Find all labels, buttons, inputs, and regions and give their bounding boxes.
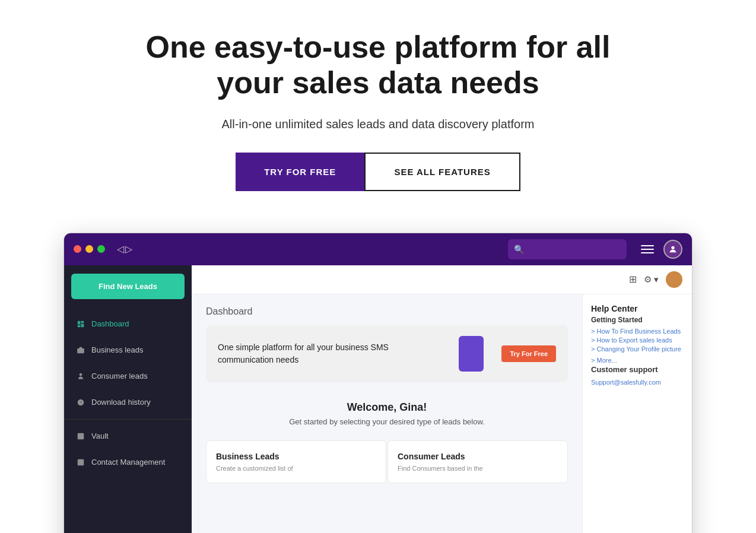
- topbar-icons: [641, 240, 682, 259]
- sidebar-item-contact-management[interactable]: Contact Management: [64, 449, 192, 475]
- consumer-leads-title: Consumer Leads: [398, 452, 558, 461]
- try-for-free-button[interactable]: TRY FOR FREE: [236, 153, 364, 191]
- close-window-icon[interactable]: [74, 245, 81, 253]
- promo-banner: One simple platform for all your busines…: [206, 325, 568, 382]
- vault-icon: [76, 432, 85, 441]
- dashboard-label: Dashboard: [206, 306, 568, 317]
- nav-arrows-icon[interactable]: ◁▷: [117, 243, 134, 255]
- hero-section: One easy-to-use platform for all your sa…: [0, 0, 756, 233]
- hero-subtitle: All-in-one unlimited sales leads and dat…: [12, 118, 744, 131]
- minimize-window-icon[interactable]: [85, 245, 93, 253]
- help-link-3[interactable]: > Changing Your Profile picture: [591, 345, 684, 353]
- briefcase-icon: [76, 345, 85, 355]
- dashboard-icon: [76, 319, 85, 329]
- svg-rect-5: [78, 459, 84, 465]
- app-screenshot: ◁▷ 🔍 Find New Leads: [63, 233, 693, 533]
- contact-icon: [76, 458, 85, 467]
- sidebar-item-label: Consumer leads: [91, 372, 148, 380]
- svg-rect-1: [77, 348, 84, 353]
- help-link-1[interactable]: > How To Find Business Leads: [591, 328, 684, 335]
- grid-view-icon[interactable]: ⊞: [629, 274, 637, 285]
- sidebar-item-business-leads[interactable]: Business leads: [64, 337, 192, 363]
- svg-point-0: [671, 246, 674, 249]
- search-bar[interactable]: 🔍: [508, 239, 627, 259]
- help-center-title: Help Center: [591, 304, 684, 313]
- sidebar-nav: Dashboard Business leads Consumer leads: [64, 307, 192, 479]
- app-right-wrapper: ⊞ ⚙ ▾ Dashboard One simple platform for …: [192, 265, 692, 533]
- welcome-section: Welcome, Gina! Get started by selecting …: [206, 392, 568, 433]
- banner-text: One simple platform for all your busines…: [218, 341, 431, 366]
- traffic-lights: [74, 245, 105, 253]
- business-leads-title: Business Leads: [216, 452, 376, 461]
- app-body: Find New Leads Dashboard Business leads: [64, 265, 692, 533]
- app-inner-topbar: ⊞ ⚙ ▾: [192, 265, 692, 294]
- business-leads-desc: Create a customized list of: [216, 465, 376, 472]
- customer-support-label: Customer support: [591, 365, 684, 374]
- sidebar: Find New Leads Dashboard Business leads: [64, 265, 192, 533]
- find-new-leads-button[interactable]: Find New Leads: [71, 274, 185, 299]
- hamburger-menu-icon[interactable]: [641, 245, 654, 253]
- business-leads-card[interactable]: Business Leads Create a customized list …: [206, 440, 386, 483]
- sidebar-item-consumer-leads[interactable]: Consumer leads: [64, 363, 192, 389]
- main-content: Dashboard One simple platform for all yo…: [192, 294, 582, 533]
- search-icon: 🔍: [514, 245, 524, 254]
- sidebar-item-label: Vault: [91, 432, 109, 440]
- leads-cards: Business Leads Create a customized list …: [206, 440, 568, 483]
- help-panel: Help Center Getting Started > How To Fin…: [582, 294, 692, 533]
- maximize-window-icon[interactable]: [97, 245, 105, 253]
- sidebar-item-label: Business leads: [91, 345, 143, 354]
- consumer-leads-desc: Find Consumers based in the: [398, 465, 558, 472]
- svg-point-4: [80, 435, 82, 437]
- user-account-icon[interactable]: [663, 240, 682, 259]
- banner-try-button[interactable]: Try For Free: [501, 345, 556, 362]
- sidebar-item-label: Contact Management: [91, 458, 165, 467]
- banner-visual: [431, 336, 501, 372]
- support-email-link[interactable]: Support@salesfully.com: [591, 379, 661, 386]
- sidebar-item-dashboard[interactable]: Dashboard: [64, 311, 192, 337]
- history-icon: [76, 398, 85, 407]
- welcome-subtitle: Get started by selecting your desired ty…: [206, 417, 568, 426]
- sidebar-item-label: Download history: [91, 398, 151, 407]
- getting-started-label: Getting Started: [591, 316, 684, 324]
- consumer-leads-card[interactable]: Consumer Leads Find Consumers based in t…: [387, 440, 568, 483]
- app-topbar: ◁▷ 🔍: [64, 233, 692, 265]
- phone-illustration: [459, 336, 484, 372]
- hero-buttons: TRY FOR FREE SEE ALL FEATURES: [12, 153, 744, 191]
- person-icon: [76, 372, 85, 381]
- sidebar-divider: [64, 419, 192, 420]
- settings-icon[interactable]: ⚙ ▾: [644, 274, 659, 285]
- sidebar-item-download-history[interactable]: Download history: [64, 389, 192, 415]
- sidebar-item-label: Dashboard: [91, 319, 129, 328]
- help-link-2[interactable]: > How to Export sales leads: [591, 337, 684, 344]
- help-more-link[interactable]: > More...: [591, 357, 617, 364]
- see-all-features-button[interactable]: SEE ALL FEATURES: [364, 153, 520, 191]
- sidebar-item-vault[interactable]: Vault: [64, 423, 192, 449]
- hero-title: One easy-to-use platform for all your sa…: [141, 30, 615, 101]
- welcome-title: Welcome, Gina!: [206, 401, 568, 414]
- avatar[interactable]: [666, 271, 682, 288]
- svg-point-2: [80, 373, 82, 376]
- app-right-body: Dashboard One simple platform for all yo…: [192, 294, 692, 533]
